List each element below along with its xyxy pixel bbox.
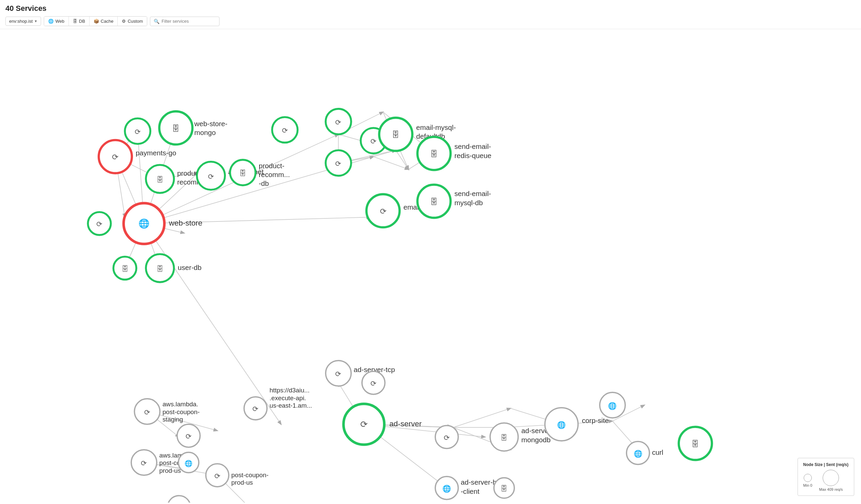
svg-text:product-: product- [259,162,285,169]
filter-cache-label: Cache [101,19,114,24]
legend-title: Node Size | Sent (req/s) [803,462,848,467]
cache-icon: 📦 [94,19,99,24]
svg-text:⟳: ⟳ [444,434,450,441]
svg-text:🌐: 🌐 [442,484,451,493]
filter-db-label: DB [79,19,85,24]
svg-text:⟳: ⟳ [144,408,150,416]
filter-cache-button[interactable]: 📦 Cache [90,17,118,26]
svg-text:⟳: ⟳ [135,128,141,136]
custom-icon: ⚙ [122,19,126,24]
svg-text:🗄: 🗄 [430,198,438,206]
svg-text:mysql-db: mysql-db [454,199,483,206]
svg-point-126 [167,495,191,503]
svg-line-11 [144,223,281,424]
svg-text:🗄: 🗄 [121,265,128,273]
header: 40 Services env:shop.ist ▼ 🌐 Web 🗄 DB 📦 … [0,0,861,29]
filter-web-label: Web [55,19,65,24]
page-title: 40 Services [5,4,856,13]
env-selector[interactable]: env:shop.ist ▼ [5,17,41,26]
svg-text:ad-server: ad-server [390,420,422,428]
svg-text:⟳: ⟳ [282,126,288,134]
svg-text:⟳: ⟳ [336,118,342,126]
svg-line-24 [396,150,409,169]
svg-text:🌐: 🌐 [608,401,617,410]
svg-text:⟳: ⟳ [252,405,259,413]
svg-text:payments-go: payments-go [136,149,176,157]
svg-text:post-coupon-: post-coupon- [231,472,269,479]
svg-text:recomm...: recomm... [259,171,290,178]
svg-text:.execute-api.: .execute-api. [270,394,306,401]
toolbar: env:shop.ist ▼ 🌐 Web 🗄 DB 📦 Cache ⚙ Cust… [5,16,856,26]
search-box: 🔍 [150,17,219,26]
svg-text:post-coupon-: post-coupon- [163,408,200,416]
svg-text:⟳: ⟳ [215,472,220,480]
svg-text:⟳: ⟳ [370,380,377,387]
svg-text:staging: staging [163,416,183,423]
service-graph: 🗄 web-store- mongo ⟳ ⟳ payments-go 🗄 pro… [0,29,861,503]
svg-text:🗄: 🗄 [239,169,246,177]
svg-text:⟳: ⟳ [186,433,192,440]
db-icon: 🗄 [73,19,77,24]
svg-text:us-east-1.am...: us-east-1.am... [270,402,312,409]
legend: Node Size | Sent (req/s) Min 0 Max 409 r… [797,458,854,496]
svg-text:🗄: 🗄 [156,265,164,273]
svg-text:🌐: 🌐 [557,421,566,430]
svg-text:🌐: 🌐 [138,218,150,229]
svg-text:🗄: 🗄 [172,124,180,133]
legend-max-label: Max 409 req/s [819,487,843,491]
svg-text:prod-us: prod-us [231,479,253,486]
svg-text:🗄: 🗄 [501,485,508,492]
svg-text:⟳: ⟳ [336,370,342,378]
graph-container: 🗄 web-store- mongo ⟳ ⟳ payments-go 🗄 pro… [0,29,861,503]
legend-min-item: Min 0 [803,474,812,487]
env-label: env:shop.ist [9,19,32,24]
legend-circles: Min 0 Max 409 req/s [803,470,848,491]
svg-text:web-store-: web-store- [194,120,228,127]
web-icon: 🌐 [48,19,54,24]
svg-line-22 [373,157,408,169]
svg-text:aws.lambda.: aws.lambda. [163,400,198,408]
search-input[interactable] [162,19,216,24]
svg-text:https://d3aiu...: https://d3aiu... [270,387,310,394]
search-icon: 🔍 [154,19,160,24]
svg-text:prod-us: prod-us [160,467,181,474]
filter-db-button[interactable]: 🗄 DB [69,17,90,26]
svg-text:⟳: ⟳ [208,173,214,180]
svg-text:mongo: mongo [194,128,216,136]
svg-text:🗄: 🗄 [501,434,508,441]
svg-text:🗄: 🗄 [692,440,699,448]
svg-text:🗄: 🗄 [392,131,400,139]
svg-text:⟳: ⟳ [360,419,368,430]
filter-custom-button[interactable]: ⚙ Custom [118,17,147,26]
legend-max-circle [823,470,839,486]
legend-min-label: Min 0 [803,483,812,487]
legend-max-item: Max 409 req/s [819,470,843,491]
svg-text:⟳: ⟳ [380,207,386,216]
legend-separator: | [824,462,825,467]
legend-min-circle [804,474,812,482]
svg-text:🌐: 🌐 [634,449,643,458]
chevron-down-icon: ▼ [34,19,37,23]
svg-text:🗄: 🗄 [430,150,438,159]
svg-text:⟳: ⟳ [141,459,147,467]
svg-text:mongodb: mongodb [521,436,550,444]
svg-text:-client: -client [461,487,479,495]
svg-text:user-db: user-db [178,263,202,271]
filter-group: 🌐 Web 🗄 DB 📦 Cache ⚙ Custom [44,16,147,26]
svg-text:send-email-: send-email- [454,142,491,150]
svg-text:email-mysql-: email-mysql- [416,123,456,131]
svg-text:⟳: ⟳ [370,137,377,145]
svg-text:🌐: 🌐 [184,460,193,467]
svg-text:redis-queue: redis-queue [454,152,491,160]
svg-text:-db: -db [259,179,269,187]
svg-text:🗄: 🗄 [156,176,164,183]
svg-text:web-store: web-store [168,219,203,227]
svg-text:⟳: ⟳ [96,220,102,228]
svg-text:curl: curl [652,448,663,456]
svg-text:corp-site: corp-site [582,417,609,424]
svg-text:⟳: ⟳ [112,153,119,161]
filter-custom-label: Custom [127,19,143,24]
filter-web-button[interactable]: 🌐 Web [44,17,69,26]
svg-text:send-email-: send-email- [454,190,491,197]
svg-text:⟳: ⟳ [336,160,342,167]
